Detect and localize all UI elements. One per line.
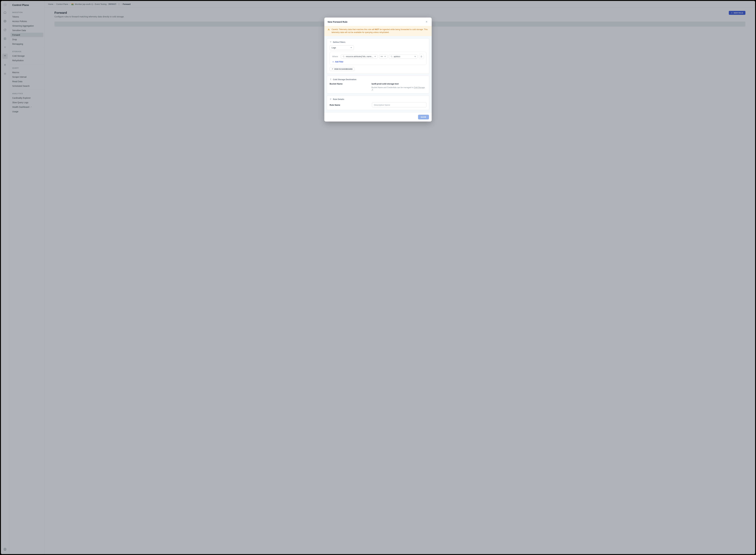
add-filter-label: Add Filter <box>335 61 343 63</box>
filter-attribute-value: resource.attributes["k8s..name… <box>346 55 373 57</box>
where-label: Where <box>332 55 339 57</box>
filter-operator-combo[interactable]: == ▼ <box>379 54 387 59</box>
svg-line-23 <box>392 57 392 57</box>
destination-icon <box>330 78 332 80</box>
close-icon[interactable] <box>425 20 428 24</box>
delete-filter-button[interactable] <box>419 54 424 59</box>
svg-line-21 <box>344 57 344 57</box>
rule-name-input[interactable] <box>372 102 426 108</box>
search-icon <box>343 55 345 57</box>
search-icon <box>390 55 392 57</box>
data-type-value: Logs <box>332 47 336 49</box>
svg-line-26 <box>332 69 333 69</box>
data-type-select[interactable]: Logs ▼ <box>330 45 354 50</box>
filters-section-title: Define Filters <box>333 41 345 43</box>
view-in-dashboard-button[interactable]: VIEW IN DASHBOARD <box>330 67 354 71</box>
plus-icon <box>332 61 334 63</box>
arrow-up-right-icon <box>332 68 333 70</box>
view-in-dashboard-label: VIEW IN DASHBOARD <box>334 68 352 70</box>
list-icon <box>330 98 332 100</box>
modal-overlay[interactable]: New Forward Rule Careful: Telemetry data… <box>1 1 755 554</box>
bucket-name-label: Bucket Name <box>330 83 372 85</box>
svg-point-22 <box>391 56 392 57</box>
bucket-hint: Bucket Name and Credentials can be manag… <box>372 86 426 91</box>
app-frame: 9 Control Plane ING <box>1 1 755 554</box>
filter-value-text: apidocs <box>394 55 400 57</box>
dest-section-title: Cold Storage Destination <box>333 78 356 81</box>
trash-icon <box>420 55 422 57</box>
new-forward-rule-modal: New Forward Rule Careful: Telemetry data… <box>324 17 432 122</box>
caret-down-icon: ▼ <box>375 56 376 57</box>
warning-banner: Careful: Telemetry data that matches thi… <box>324 26 432 36</box>
modal-title: New Forward Rule <box>328 20 347 23</box>
details-section-title: Rule Details <box>333 98 344 100</box>
filter-builder: Where resource.attributes["k8s..name… ▼ … <box>330 52 426 65</box>
filter-lines-icon <box>330 41 332 43</box>
svg-point-20 <box>343 56 344 57</box>
rule-details-card: Rule Details Rule Name <box>327 95 429 110</box>
rule-name-label: Rule Name <box>330 104 372 106</box>
bucket-name-value: last9-prod-cold-storage-test <box>372 83 426 85</box>
caret-down-icon: ▼ <box>350 47 352 48</box>
add-filter-button[interactable]: Add Filter <box>332 61 343 63</box>
filter-value-combo[interactable]: apidocs ▼ <box>389 54 417 59</box>
warning-text: Careful: Telemetry data that matches thi… <box>332 28 428 34</box>
filter-attribute-combo[interactable]: resource.attributes["k8s..name… ▼ <box>341 54 378 59</box>
cold-storage-card: Cold Storage Destination Bucket Name las… <box>327 76 429 93</box>
svg-point-27 <box>330 79 331 79</box>
filter-operator-value: == <box>381 55 383 57</box>
warning-triangle-icon <box>328 29 330 31</box>
define-filters-card: Define Filters Logs ▼ Where resou <box>327 38 429 74</box>
caret-down-icon: ▼ <box>384 56 386 57</box>
caret-down-icon: ▼ <box>414 56 416 57</box>
save-button[interactable]: SAVE <box>418 115 429 119</box>
